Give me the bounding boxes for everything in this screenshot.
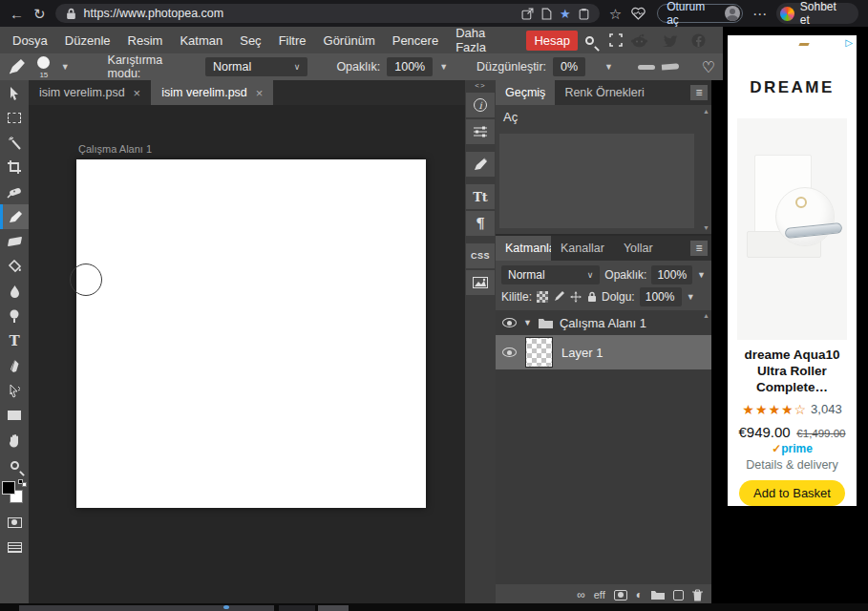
menu-duzenle[interactable]: Düzenle bbox=[56, 29, 119, 53]
lock-position-icon[interactable] bbox=[570, 291, 582, 303]
history-entry-open[interactable]: Aç bbox=[496, 105, 711, 130]
brush-tip-preview[interactable]: 15 bbox=[33, 56, 54, 77]
smoothing-input[interactable]: 0% bbox=[553, 57, 585, 76]
adjustments-panel-icon[interactable] bbox=[466, 119, 495, 144]
tab-history[interactable]: Geçmiş bbox=[496, 80, 555, 105]
brush-settings-panel-icon[interactable] bbox=[466, 152, 495, 177]
healing-tool[interactable] bbox=[0, 179, 29, 204]
pen-tool[interactable] bbox=[0, 353, 29, 378]
screen-mode-tool[interactable] bbox=[0, 535, 29, 559]
collections-star-icon[interactable]: ☆ bbox=[609, 7, 622, 21]
facebook-icon[interactable] bbox=[691, 33, 706, 48]
lock-transparency-icon[interactable] bbox=[537, 291, 548, 303]
type-tool[interactable]: T bbox=[0, 328, 29, 353]
canvas[interactable] bbox=[76, 159, 426, 508]
adchoices-icon[interactable]: ▷ bbox=[845, 37, 853, 48]
twitter-icon[interactable] bbox=[662, 33, 678, 47]
opacity-input[interactable]: 100% bbox=[387, 57, 433, 76]
reload-icon[interactable]: ↻ bbox=[33, 7, 46, 21]
page-icon[interactable] bbox=[540, 8, 553, 20]
magic-wand-tool[interactable] bbox=[0, 130, 29, 155]
fill-input[interactable]: 100% bbox=[640, 287, 682, 306]
paragraph-panel-icon[interactable]: ¶ bbox=[466, 211, 495, 236]
adjustment-layer-icon[interactable]: ◐ bbox=[636, 588, 643, 601]
brush-preset-icon[interactable] bbox=[8, 58, 27, 75]
paint-bucket-tool[interactable] bbox=[0, 254, 29, 279]
close-icon[interactable]: × bbox=[134, 86, 141, 100]
info-panel-icon[interactable]: i bbox=[466, 93, 495, 117]
tab-paths[interactable]: Yollar bbox=[614, 236, 663, 261]
color-swatches[interactable] bbox=[0, 477, 29, 510]
layer-blend-select[interactable]: Normal ∨ bbox=[501, 265, 600, 284]
add-mask-icon[interactable] bbox=[614, 590, 627, 600]
favorite-heart-icon[interactable]: ♡ bbox=[702, 58, 715, 76]
visibility-eye-icon[interactable] bbox=[502, 348, 517, 357]
panel-menu-icon[interactable]: ≡ bbox=[690, 241, 708, 256]
pressure-opacity-icon[interactable] bbox=[638, 65, 655, 70]
layer-opacity-input[interactable]: 100% bbox=[651, 265, 692, 284]
fullscreen-icon[interactable] bbox=[609, 33, 623, 47]
product-title[interactable]: dreame Aqua10 Ultra Roller Complete… bbox=[728, 348, 857, 396]
crop-tool[interactable] bbox=[0, 155, 29, 179]
blend-mode-select[interactable]: Normal ∨ bbox=[205, 57, 308, 76]
strip-collapse-icon[interactable]: <> bbox=[475, 81, 485, 91]
menu-gorunum[interactable]: Görünüm bbox=[315, 29, 384, 53]
menu-sec[interactable]: Seç bbox=[231, 29, 269, 53]
group-expand-icon[interactable]: ▼ bbox=[523, 318, 532, 327]
layer-effects-icon[interactable]: eff bbox=[594, 589, 605, 600]
account-button[interactable]: Hesap bbox=[526, 31, 578, 51]
back-icon[interactable]: ← bbox=[10, 7, 24, 21]
smoothing-dropdown-icon[interactable]: ▼ bbox=[604, 62, 613, 72]
path-select-tool[interactable] bbox=[0, 378, 29, 403]
hand-tool[interactable] bbox=[0, 428, 29, 453]
css-panel-icon[interactable]: CSS bbox=[466, 243, 495, 268]
workspace[interactable]: Çalışma Alanı 1 bbox=[29, 105, 465, 603]
layer-group-row[interactable]: ▼ Çalışma Alanı 1 bbox=[496, 310, 711, 335]
move-tool[interactable] bbox=[0, 80, 29, 105]
search-icon[interactable] bbox=[585, 36, 594, 45]
tab-swatches[interactable]: Renk Örnekleri bbox=[555, 80, 653, 105]
scroll-up-icon[interactable]: ▲ bbox=[703, 312, 709, 319]
product-rating[interactable]: ★★★★☆ 3,043 bbox=[728, 402, 857, 417]
menu-dosya[interactable]: Dosya bbox=[4, 29, 56, 53]
share-icon[interactable] bbox=[521, 8, 534, 20]
copilot-button[interactable]: Sohbet et bbox=[776, 3, 858, 24]
link-layers-icon[interactable]: ∞ bbox=[577, 588, 585, 601]
pressure-size-icon[interactable] bbox=[662, 63, 679, 70]
tab-layers[interactable]: Katmanlar bbox=[496, 236, 551, 261]
add-to-basket-button[interactable]: Add to Basket bbox=[739, 480, 845, 506]
browser-essentials-icon[interactable] bbox=[631, 7, 646, 20]
blur-tool[interactable] bbox=[0, 279, 29, 304]
menu-pencere[interactable]: Pencere bbox=[384, 29, 447, 53]
menu-resim[interactable]: Resim bbox=[119, 29, 172, 53]
document-tab-2[interactable]: isim verelim.psd × bbox=[151, 80, 273, 105]
menu-katman[interactable]: Katman bbox=[171, 29, 231, 53]
menu-filtre[interactable]: Filtre bbox=[270, 29, 315, 53]
layer-thumbnail[interactable] bbox=[526, 338, 552, 367]
foreground-color[interactable] bbox=[2, 481, 15, 495]
opacity-dropdown-icon[interactable]: ▼ bbox=[439, 62, 448, 72]
character-panel-icon[interactable]: Tt bbox=[466, 184, 495, 209]
bookmark-filled-icon[interactable]: ★ bbox=[560, 7, 571, 21]
signin-button[interactable]: Oturum aç bbox=[657, 4, 743, 23]
scroll-up-icon[interactable]: ▲ bbox=[703, 108, 709, 115]
lock-all-icon[interactable] bbox=[587, 291, 597, 303]
document-tab-1[interactable]: isim verelim.psd × bbox=[29, 80, 151, 105]
tab-channels[interactable]: Kanallar bbox=[551, 236, 614, 261]
rectangle-shape-tool[interactable] bbox=[0, 403, 29, 428]
marquee-select-tool[interactable] bbox=[0, 105, 29, 130]
product-image[interactable] bbox=[737, 118, 847, 340]
zoom-tool[interactable] bbox=[0, 453, 29, 477]
history-snapshot-area[interactable] bbox=[499, 134, 694, 228]
lock-pixels-icon[interactable] bbox=[554, 291, 564, 302]
clipboard-icon[interactable] bbox=[578, 8, 590, 20]
new-layer-icon[interactable] bbox=[673, 590, 684, 600]
eraser-tool[interactable] bbox=[0, 229, 29, 254]
histogram-panel-icon[interactable] bbox=[466, 270, 495, 295]
quick-mask-tool[interactable] bbox=[0, 510, 29, 535]
visibility-eye-icon[interactable] bbox=[502, 318, 517, 327]
address-bar[interactable]: https://www.photopea.com ★ bbox=[55, 4, 600, 23]
dodge-tool[interactable] bbox=[0, 304, 29, 328]
fill-dropdown-icon[interactable]: ▼ bbox=[687, 292, 695, 302]
layer-row-selected[interactable]: Layer 1 bbox=[496, 335, 711, 369]
